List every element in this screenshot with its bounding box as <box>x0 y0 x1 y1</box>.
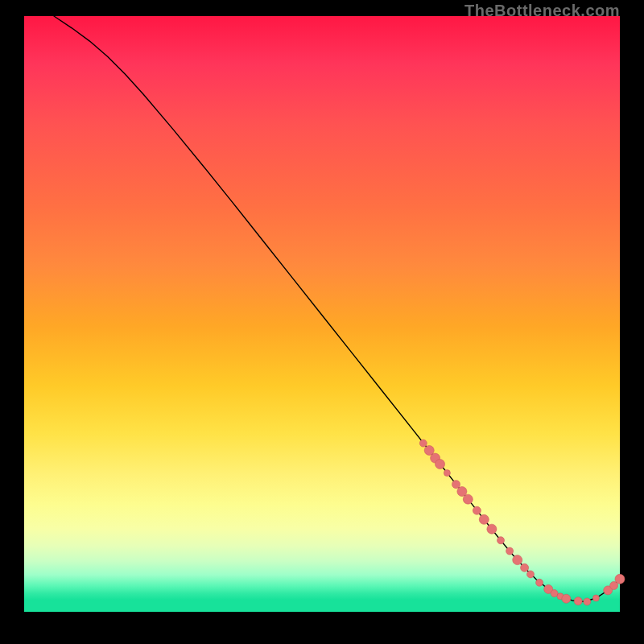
chart-point <box>479 514 489 524</box>
chart-point <box>497 537 505 544</box>
chart-plot <box>24 16 620 612</box>
chart-point <box>487 524 497 534</box>
chart-point <box>513 555 522 565</box>
chart-point <box>473 506 481 514</box>
chart-point <box>452 481 460 489</box>
chart-point <box>592 595 599 601</box>
chart-point <box>506 547 514 555</box>
chart-point <box>574 597 582 605</box>
chart-points <box>419 440 625 605</box>
chart-curve <box>54 16 620 601</box>
chart-point <box>536 579 543 586</box>
chart-point <box>562 594 571 603</box>
chart-point <box>521 564 529 572</box>
chart-point <box>527 571 535 578</box>
chart-point <box>419 440 427 447</box>
chart-point <box>444 470 450 477</box>
chart-point <box>615 574 625 584</box>
chart-point <box>436 459 445 469</box>
chart-point <box>463 494 473 504</box>
chart-point <box>584 598 591 605</box>
